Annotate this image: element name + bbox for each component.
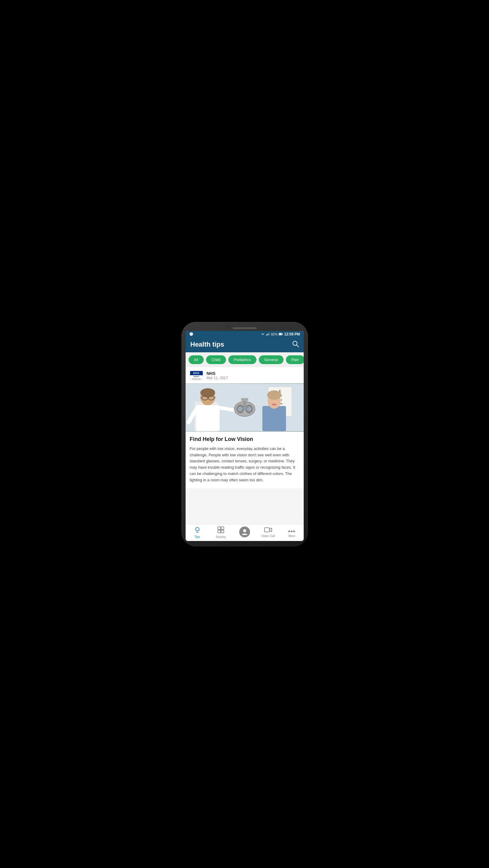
svg-point-39 xyxy=(267,390,281,400)
svg-point-50 xyxy=(288,530,290,532)
svg-rect-47 xyxy=(221,530,224,533)
svg-rect-37 xyxy=(262,406,286,431)
page-title: Health tips xyxy=(190,341,224,348)
filter-general[interactable]: General xyxy=(259,355,284,364)
svg-rect-1 xyxy=(267,334,267,336)
time-display: 12:59 PM xyxy=(284,332,300,336)
battery-icon xyxy=(279,333,283,336)
status-bar: 🕐 82% xyxy=(186,331,304,338)
svg-rect-46 xyxy=(218,530,221,533)
svg-rect-36 xyxy=(241,398,248,401)
svg-point-21 xyxy=(200,388,215,397)
filter-child[interactable]: Child xyxy=(206,355,226,364)
nav-doctor[interactable] xyxy=(233,527,256,538)
nav-tips[interactable]: Tips xyxy=(186,526,209,538)
svg-point-33 xyxy=(238,407,242,411)
svg-point-51 xyxy=(291,530,293,532)
status-right: 82% 12:59 PM xyxy=(261,332,300,336)
article-meta: NHS Mar 11, 2017 xyxy=(207,371,228,380)
nav-video-call[interactable]: Video Call xyxy=(256,527,280,538)
article-date: Mar 11, 2017 xyxy=(207,376,228,380)
svg-rect-0 xyxy=(266,335,267,336)
article-title: Find Help for Low Vision xyxy=(186,432,304,446)
svg-point-34 xyxy=(247,407,251,411)
svg-rect-45 xyxy=(221,527,224,530)
svg-rect-35 xyxy=(243,400,246,409)
svg-point-40 xyxy=(272,404,276,405)
nav-nearby[interactable]: Nearby xyxy=(209,526,233,538)
svg-rect-3 xyxy=(269,333,269,336)
filter-pain[interactable]: Pain xyxy=(286,355,304,364)
svg-point-48 xyxy=(243,529,246,532)
signal-icon xyxy=(266,333,270,336)
svg-rect-6 xyxy=(283,334,283,335)
status-left: 🕐 xyxy=(189,332,193,336)
filter-pediatrics[interactable]: Pediatrics xyxy=(228,355,256,364)
front-camera xyxy=(227,325,230,328)
article-author: NHS xyxy=(207,371,228,376)
search-button[interactable] xyxy=(292,341,299,349)
app-header: Health tips xyxy=(186,338,304,352)
tips-label: Tips xyxy=(194,535,200,538)
svg-point-52 xyxy=(293,530,295,532)
video-call-icon xyxy=(264,527,272,534)
svg-rect-44 xyxy=(218,527,221,530)
article-body: For people with low vision, everyday act… xyxy=(186,446,304,488)
svg-line-8 xyxy=(296,345,299,347)
more-label: More xyxy=(288,534,295,538)
svg-rect-5 xyxy=(279,333,282,335)
filter-bar: All Child Pediatrics General Pain xyxy=(186,352,304,367)
nearby-label: Nearby xyxy=(216,535,226,538)
svg-rect-27 xyxy=(196,405,219,431)
wifi-icon xyxy=(261,333,265,336)
article-card: NHS choices www.nhs.uk NHS Mar 11, 2017 xyxy=(186,367,304,488)
svg-point-41 xyxy=(196,527,199,531)
bottom-navigation: Tips Nearby xyxy=(186,524,304,541)
content-area: NHS choices www.nhs.uk NHS Mar 11, 2017 xyxy=(186,367,304,524)
doctor-icon xyxy=(239,527,250,537)
battery-percent: 82% xyxy=(271,333,278,336)
video-call-label: Video Call xyxy=(261,534,275,538)
article-source: NHS choices www.nhs.uk NHS Mar 11, 2017 xyxy=(186,367,304,383)
nav-more[interactable]: More xyxy=(280,527,303,538)
nearby-icon xyxy=(217,526,225,535)
phone-shell: 🕐 82% xyxy=(182,322,308,547)
clock-status-icon: 🕐 xyxy=(189,332,193,336)
tips-icon xyxy=(194,526,201,535)
more-icon xyxy=(288,527,295,534)
svg-rect-2 xyxy=(268,333,268,336)
nhs-logo: NHS choices www.nhs.uk xyxy=(190,371,203,380)
screen: 🕐 82% xyxy=(186,331,304,541)
filter-all[interactable]: All xyxy=(189,355,204,364)
article-image: E FP TOZ LPED PECFD EDFCZP FELOPZD xyxy=(186,383,304,432)
svg-rect-49 xyxy=(264,528,269,532)
